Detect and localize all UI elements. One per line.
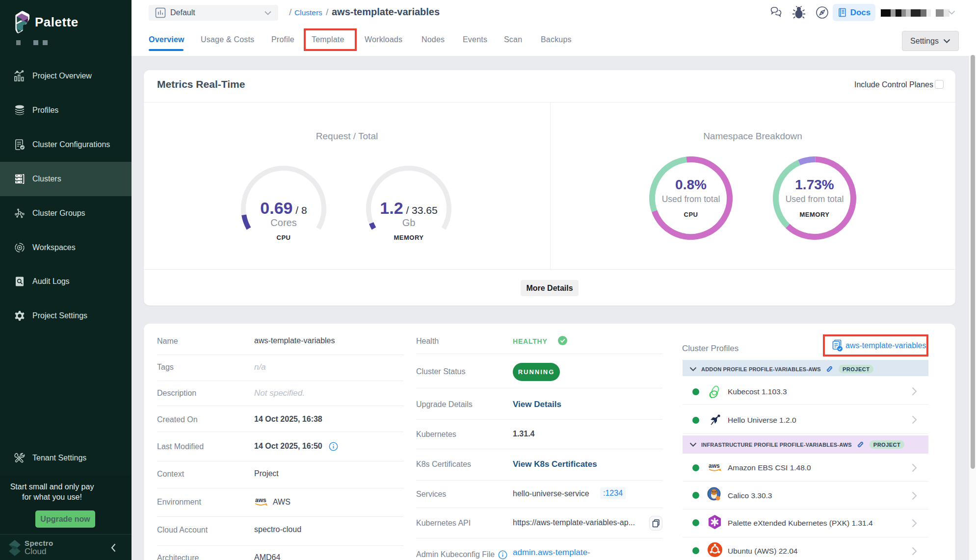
svg-text:aws: aws [255, 497, 266, 504]
svg-text:aws: aws [709, 462, 720, 469]
